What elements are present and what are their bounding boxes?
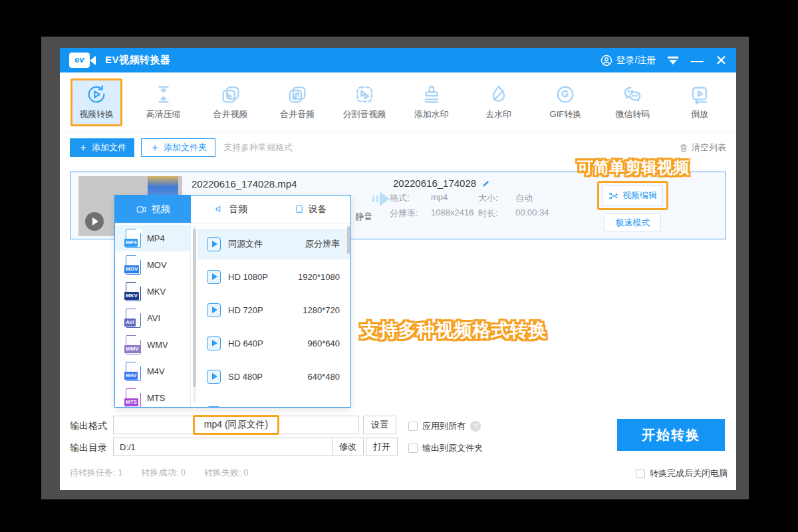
plus-icon: ＋ [78,142,88,153]
reverse-play-icon [689,84,710,105]
preset-partial-row[interactable] [198,398,350,408]
preset-hd-1080p[interactable]: HD 1080P 1920*1080 [198,261,350,292]
mts-file-icon: MTS [126,388,141,408]
preset-same-source[interactable]: 同源文件 原分辨率 [198,229,350,259]
format-item-mkv[interactable]: MKV MKV [115,278,191,305]
format-item-wmv[interactable]: WMV WMV [115,331,191,358]
app-logo-icon: ev [69,53,96,68]
format-item-avi[interactable]: AVI AVI [115,305,191,331]
plus-icon: ＋ [150,142,160,153]
tab-video-convert[interactable]: 视频转换 [70,78,122,126]
preset-sd-480p[interactable]: SD 480P 640*480 [198,361,350,392]
clear-list-button[interactable]: 清空列表 [679,142,726,154]
tab-gif-convert[interactable]: GIF转换 [539,78,591,126]
merge-video-icon [220,84,241,105]
duration-value: 00:00:34 [515,207,549,217]
close-button[interactable]: ✕ [715,54,727,66]
output-dir-field[interactable]: D:/1 [113,438,332,456]
user-icon [600,55,612,66]
wmv-file-icon: WMV [126,335,141,354]
open-dir-button[interactable]: 打开 [366,438,398,456]
watermark-drop-icon [488,84,509,105]
format-label: 格式: [390,192,410,204]
tab-add-watermark[interactable]: 添加水印 [406,78,458,126]
stamp-icon [421,84,442,105]
success-count: 转换成功: 0 [141,467,185,479]
output-filename: 20220616_174028 [393,178,491,189]
pending-tasks: 待转换任务: 1 [70,467,122,479]
output-dir-label: 输出目录 [70,442,107,454]
login-register-button[interactable]: 登录/注册 [600,55,656,66]
edit-pencil-icon[interactable] [481,179,491,188]
audio-tab-icon [214,204,224,214]
tab-video-formats[interactable]: 视频 [115,196,191,223]
avi-file-icon: AVI [126,309,141,328]
size-value: 自动 [515,192,533,204]
tab-audio-formats[interactable]: 音频 [191,196,271,223]
app-window: ev EV视频转换器 登录/注册 — ✕ 视频转换 高清压缩 [60,48,736,490]
tab-wechat-transcode[interactable]: 微信转码 [606,78,658,126]
mkv-file-icon: MKV [126,282,141,301]
source-filename: 20220616_174028.mp4 [192,178,297,190]
skin-theme-icon[interactable] [668,57,678,65]
file-action-bar: ＋ 添加文件 ＋ 添加文件夹 支持多种常规格式 清空列表 [70,138,726,157]
shutdown-after-checkbox[interactable]: 转换完成后关闭电脑 [636,467,728,479]
play-icon [207,303,221,317]
format-item-mov[interactable]: MOV MOV [115,251,191,278]
checkbox [408,422,418,431]
play-icon [207,336,221,350]
apply-to-all-checkbox[interactable]: 应用到所有 ? [408,420,481,432]
add-file-button[interactable]: ＋ 添加文件 [70,138,134,157]
failed-count: 转换失败: 0 [204,467,248,479]
checkbox [636,469,645,478]
output-format-label: 输出格式 [70,420,107,432]
titlebar: ev EV视频转换器 登录/注册 — ✕ [60,48,736,72]
output-format-field[interactable]: mp4 (同原文件) [113,416,359,434]
video-convert-icon [86,84,107,105]
formats-hint-text: 支持多种常规格式 [223,142,293,154]
tab-device-formats[interactable]: 设备 [271,196,350,223]
tab-merge-video[interactable]: 合并视频 [205,78,257,126]
modify-dir-button[interactable]: 修改 [332,438,364,456]
callout-format-tip: 支持多种视频格式转换 [360,318,547,343]
start-convert-button[interactable]: 开始转换 [617,419,725,451]
format-type-list: MP4 MP4 MOV MOV MKV MKV AVI AVI WMV WM [115,223,191,407]
add-folder-button[interactable]: ＋ 添加文件夹 [141,138,215,157]
help-icon[interactable]: ? [470,421,481,432]
hd-compress-icon [153,84,174,105]
preset-hd-720p[interactable]: HD 720P 1280*720 [198,295,350,325]
main-toolbar: 视频转换 高清压缩 合并视频 合并音频 分割音视频 添加水印 [60,72,736,132]
format-item-mp4[interactable]: MP4 MP4 [115,225,191,251]
size-label: 大小: [478,192,498,204]
gif-icon [555,84,576,105]
dropdown-tabs: 视频 音频 设备 [115,196,350,223]
output-to-source-checkbox[interactable]: 输出到原文件夹 [408,442,483,454]
preset-hd-640p[interactable]: HD 640P 960*640 [198,328,350,358]
tab-merge-audio[interactable]: 合并音频 [271,78,323,126]
preview-play-button[interactable] [85,212,104,231]
minimize-button[interactable]: — [690,54,703,66]
tab-reverse-play[interactable]: 倒放 [674,78,726,126]
duration-label: 时长: [478,207,498,219]
play-icon [207,270,221,284]
wechat-icon [622,84,643,105]
checkbox [408,444,418,453]
format-value: mp4 [431,192,448,202]
tab-split-media[interactable]: 分割音视频 [338,78,390,126]
resolution-label: 分辨率: [390,207,418,219]
merge-audio-icon [287,84,308,105]
format-item-m4v[interactable]: M4V M4V [115,358,191,384]
video-edit-button[interactable]: 视频编辑 [602,186,663,205]
mute-toggle[interactable]: 静音 [355,211,372,223]
callout-edit-tip: 可简单剪辑视频 [577,157,689,178]
tab-hd-compress[interactable]: 高清压缩 [138,78,190,126]
tab-remove-watermark[interactable]: 去水印 [473,78,525,126]
fast-mode-button[interactable]: 极速模式 [604,213,661,231]
status-bar: 待转换任务: 1 转换成功: 0 转换失败: 0 [70,467,248,479]
settings-button[interactable]: 设置 [363,416,396,434]
m4v-file-icon: M4V [126,362,141,381]
format-item-mts[interactable]: MTS MTS [115,384,191,408]
preset-list-scrollbar[interactable] [347,226,350,254]
format-list-scrollbar[interactable] [193,226,196,403]
mov-file-icon: MOV [126,255,141,275]
